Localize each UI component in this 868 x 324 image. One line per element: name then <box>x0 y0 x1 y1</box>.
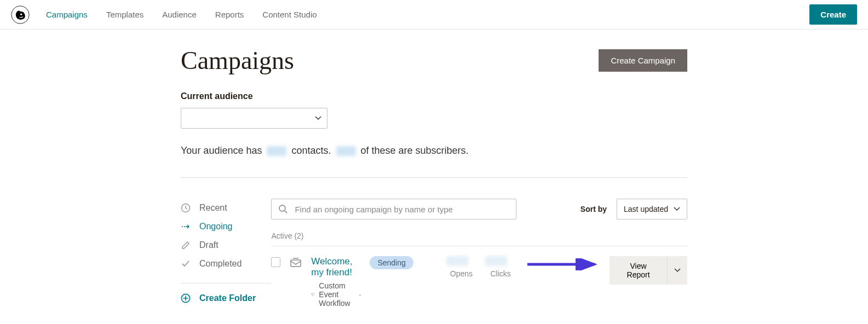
check-icon <box>181 259 191 269</box>
sort-area: Sort by Last updated <box>580 199 687 219</box>
search-box[interactable] <box>271 199 516 219</box>
clicks-label: Clicks <box>490 269 510 278</box>
redacted-count-1 <box>267 146 286 156</box>
audience-label: Current audience <box>181 91 687 101</box>
mailchimp-logo-icon[interactable] <box>11 5 30 24</box>
view-report-dropdown[interactable] <box>667 256 687 285</box>
sidebar-divider <box>181 283 271 284</box>
status-badge: Sending <box>370 256 413 269</box>
sort-label: Sort by <box>580 205 607 213</box>
campaign-workflow: Custom Event Workflow <box>319 281 354 308</box>
plus-circle-icon <box>181 293 191 303</box>
sidebar-item-ongoing[interactable]: Ongoing <box>181 217 271 236</box>
svg-rect-7 <box>291 260 301 267</box>
create-button[interactable]: Create <box>809 4 857 25</box>
active-count: Active (2) <box>271 232 687 240</box>
create-folder-label: Create Folder <box>199 293 256 303</box>
campaign-info: Welcome, my friend! Custom Event Workflo… <box>311 256 361 324</box>
create-campaign-button[interactable]: Create Campaign <box>599 49 687 72</box>
chevron-down-icon <box>674 206 680 212</box>
campaign-meta: Custom Event Workflow · <box>311 281 361 308</box>
audience-text-3: of these are subscribers. <box>358 145 469 156</box>
create-folder-button[interactable]: Create Folder <box>181 293 271 303</box>
svg-line-6 <box>285 211 287 213</box>
sidebar-item-label: Draft <box>199 240 219 250</box>
opens-label: Opens <box>450 269 473 278</box>
cycle-icon <box>311 291 314 298</box>
sidebar-item-recent[interactable]: Recent <box>181 199 271 217</box>
clock-icon <box>181 203 191 213</box>
redacted-opens <box>446 256 468 266</box>
sidebar-item-completed[interactable]: Completed <box>181 254 271 273</box>
divider <box>181 177 687 178</box>
redacted-count-2 <box>336 146 356 156</box>
sort-value: Last updated <box>624 205 668 213</box>
campaign-title-link[interactable]: Welcome, my friend! <box>311 256 361 278</box>
annotation-arrow-2 <box>525 258 601 270</box>
top-nav: Campaigns Templates Audience Reports Con… <box>0 0 868 30</box>
sort-select[interactable]: Last updated <box>617 199 687 219</box>
stat-opens: Opens <box>446 256 477 278</box>
campaign-checkbox[interactable] <box>271 257 280 267</box>
list-controls: Sort by Last updated <box>271 199 687 219</box>
search-input[interactable] <box>295 205 509 214</box>
campaign-row: Welcome, my friend! Custom Event Workflo… <box>271 246 687 324</box>
view-report-button[interactable]: View Report <box>610 256 667 285</box>
search-icon <box>278 204 288 214</box>
page-title: Campaigns <box>181 46 294 75</box>
redacted-clicks <box>485 256 507 266</box>
chevron-down-icon <box>674 267 681 274</box>
sidebar: Recent Ongoing Draft Completed Create Fo… <box>181 199 271 324</box>
nav-item-templates[interactable]: Templates <box>106 10 143 19</box>
stat-clicks: Clicks <box>485 256 516 278</box>
page-header: Campaigns Create Campaign <box>181 46 687 75</box>
chevron-down-icon <box>315 115 321 121</box>
audience-summary: Your audience has contacts. of these are… <box>181 145 687 157</box>
nav-item-content-studio[interactable]: Content Studio <box>262 10 317 19</box>
svg-point-1 <box>20 13 22 15</box>
nav-items: Campaigns Templates Audience Reports Con… <box>46 10 809 19</box>
sidebar-item-label: Completed <box>199 259 242 269</box>
audience-select[interactable] <box>181 108 327 129</box>
view-report-group: View Report <box>610 256 687 285</box>
svg-point-5 <box>279 205 285 211</box>
nav-item-reports[interactable]: Reports <box>215 10 244 19</box>
envelope-icon <box>289 256 302 269</box>
audience-text-1: Your audience has <box>181 145 265 156</box>
list-area: Sort by Last updated Active (2) Welcome,… <box>271 199 687 324</box>
main-content: Campaigns Create Campaign Current audien… <box>0 30 868 324</box>
nav-item-campaigns[interactable]: Campaigns <box>46 10 88 19</box>
audience-text-2: contacts. <box>289 145 334 156</box>
arrow-path-icon <box>181 222 191 232</box>
content-row: Recent Ongoing Draft Completed Create Fo… <box>181 199 687 324</box>
sidebar-item-label: Ongoing <box>199 222 233 232</box>
sidebar-item-label: Recent <box>199 203 227 213</box>
pencil-icon <box>181 240 191 250</box>
nav-item-audience[interactable]: Audience <box>162 10 197 19</box>
meta-dot: · <box>359 290 361 299</box>
sidebar-item-draft[interactable]: Draft <box>181 236 271 254</box>
